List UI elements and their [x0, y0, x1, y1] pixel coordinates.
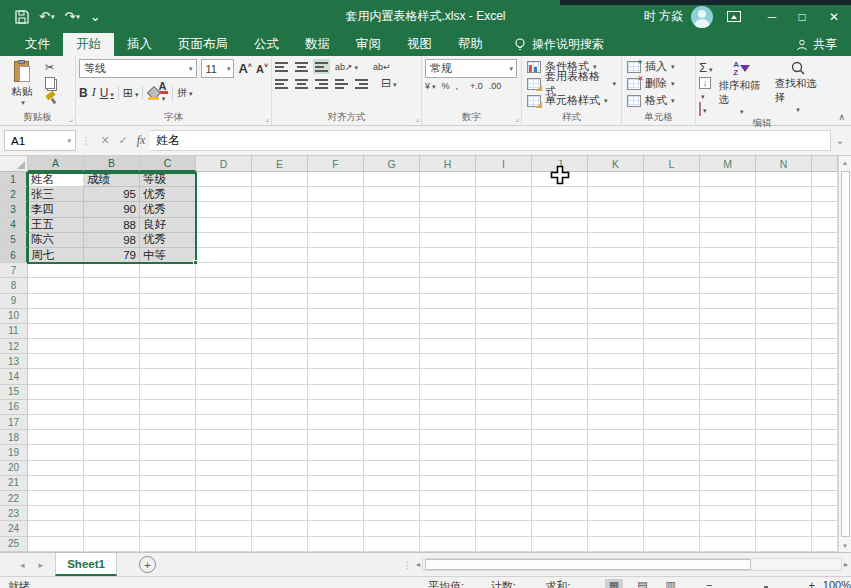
cell-A18[interactable]	[28, 430, 84, 445]
cell-N2[interactable]	[756, 187, 812, 202]
cell-G3[interactable]	[364, 202, 420, 217]
cell-B5[interactable]: 98	[84, 233, 140, 248]
cell-H17[interactable]	[420, 415, 476, 430]
cell-I25[interactable]	[476, 537, 532, 552]
cell-partial-17[interactable]	[812, 415, 838, 430]
cell-C25[interactable]	[140, 537, 196, 552]
cell-N15[interactable]	[756, 385, 812, 400]
horizontal-scrollbar[interactable]: ⋮ ◂ ▸	[403, 556, 848, 573]
cell-M7[interactable]	[700, 263, 756, 278]
zoom-in-icon[interactable]: +	[808, 579, 814, 588]
cell-D3[interactable]	[196, 202, 252, 217]
cell-C10[interactable]	[140, 309, 196, 324]
cancel-icon[interactable]: ✕	[96, 134, 114, 147]
cell-D11[interactable]	[196, 324, 252, 339]
cells-item-format[interactable]: 格式▾	[625, 92, 692, 109]
cell-A11[interactable]	[28, 324, 84, 339]
cell-C14[interactable]	[140, 369, 196, 384]
cell-E12[interactable]	[252, 339, 308, 354]
cell-partial-15[interactable]	[812, 385, 838, 400]
cell-C16[interactable]	[140, 400, 196, 415]
cell-F15[interactable]	[308, 385, 364, 400]
cell-H8[interactable]	[420, 278, 476, 293]
cell-H14[interactable]	[420, 369, 476, 384]
row-header-5[interactable]: 5	[0, 233, 28, 248]
cell-K9[interactable]	[588, 294, 644, 309]
wrap-text-icon[interactable]: ab↵	[373, 62, 391, 72]
cell-G24[interactable]	[364, 521, 420, 536]
cell-D21[interactable]	[196, 476, 252, 491]
cell-H11[interactable]	[420, 324, 476, 339]
cell-G18[interactable]	[364, 430, 420, 445]
cell-M1[interactable]	[700, 172, 756, 187]
cell-H10[interactable]	[420, 309, 476, 324]
cell-L2[interactable]	[644, 187, 700, 202]
cell-A8[interactable]	[28, 278, 84, 293]
middle-align-icon[interactable]	[295, 61, 308, 72]
cell-A3[interactable]: 李四	[28, 202, 84, 217]
cell-L5[interactable]	[644, 233, 700, 248]
cell-M20[interactable]	[700, 461, 756, 476]
cell-D22[interactable]	[196, 491, 252, 506]
decrease-font-icon[interactable]: A˅	[256, 63, 268, 75]
row-header-2[interactable]: 2	[0, 187, 28, 202]
new-sheet-button[interactable]: +	[139, 556, 156, 573]
cell-I11[interactable]	[476, 324, 532, 339]
cell-C5[interactable]: 优秀	[140, 233, 196, 248]
cell-H24[interactable]	[420, 521, 476, 536]
cell-I8[interactable]	[476, 278, 532, 293]
cell-F4[interactable]	[308, 218, 364, 233]
cell-B14[interactable]	[84, 369, 140, 384]
autosum-button[interactable]: Σ	[699, 60, 713, 75]
cell-L10[interactable]	[644, 309, 700, 324]
tab-page-layout[interactable]: 页面布局	[165, 33, 241, 56]
cell-K12[interactable]	[588, 339, 644, 354]
insert-function-icon[interactable]: fx	[132, 133, 150, 148]
cell-L15[interactable]	[644, 385, 700, 400]
cell-K3[interactable]	[588, 202, 644, 217]
cell-M11[interactable]	[700, 324, 756, 339]
scroll-up-icon[interactable]: ▲	[839, 156, 851, 169]
cell-K13[interactable]	[588, 354, 644, 369]
cell-D17[interactable]	[196, 415, 252, 430]
row-header-18[interactable]: 18	[0, 430, 28, 445]
increase-font-icon[interactable]: A˄	[238, 61, 251, 76]
prev-sheet-icon[interactable]: ◂	[20, 560, 25, 570]
italic-button[interactable]: I	[92, 85, 96, 100]
cell-C11[interactable]	[140, 324, 196, 339]
row-header-1[interactable]: 1	[0, 172, 28, 187]
row-header-22[interactable]: 22	[0, 491, 28, 506]
underline-button[interactable]: U	[100, 86, 114, 100]
cell-K23[interactable]	[588, 506, 644, 521]
cell-D19[interactable]	[196, 445, 252, 460]
scroll-left-icon[interactable]: ◂	[416, 560, 420, 569]
column-header-A[interactable]: A	[28, 156, 84, 172]
tab-home[interactable]: 开始	[63, 33, 114, 56]
cell-E18[interactable]	[252, 430, 308, 445]
view-page-break-icon[interactable]: ▥	[662, 579, 680, 588]
cell-B23[interactable]	[84, 506, 140, 521]
tab-help[interactable]: 帮助	[445, 33, 496, 56]
cell-L16[interactable]	[644, 400, 700, 415]
cell-K14[interactable]	[588, 369, 644, 384]
cell-F7[interactable]	[308, 263, 364, 278]
cell-I22[interactable]	[476, 491, 532, 506]
cell-E7[interactable]	[252, 263, 308, 278]
top-align-icon[interactable]	[275, 61, 288, 72]
cell-partial-12[interactable]	[812, 339, 838, 354]
align-center-icon[interactable]	[295, 78, 308, 89]
column-header-partial[interactable]	[812, 156, 838, 172]
column-header-C[interactable]: C	[140, 156, 196, 172]
cell-G19[interactable]	[364, 445, 420, 460]
cell-C21[interactable]	[140, 476, 196, 491]
cells-item-insert[interactable]: ＋插入▾	[625, 58, 692, 75]
number-format-combo[interactable]: 常规	[425, 59, 517, 78]
cell-H5[interactable]	[420, 233, 476, 248]
view-page-layout-icon[interactable]: ▤	[633, 579, 651, 588]
cell-A25[interactable]	[28, 537, 84, 552]
cell-B15[interactable]	[84, 385, 140, 400]
cell-L3[interactable]	[644, 202, 700, 217]
cell-B10[interactable]	[84, 309, 140, 324]
cell-D14[interactable]	[196, 369, 252, 384]
cell-E11[interactable]	[252, 324, 308, 339]
